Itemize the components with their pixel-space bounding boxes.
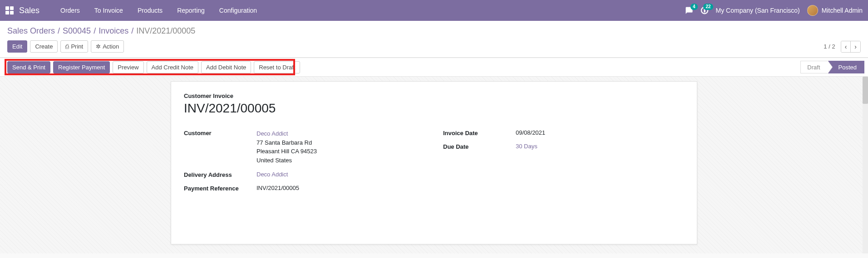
action-label: Action bbox=[103, 43, 119, 50]
cp-buttons: Edit Create ⎙Print ✲Action bbox=[7, 40, 124, 53]
delivery-value[interactable]: Deco Addict bbox=[256, 171, 425, 178]
breadcrumb-sep: / bbox=[94, 26, 96, 36]
nav-to-invoice[interactable]: To Invoice bbox=[87, 0, 130, 21]
invoice-date-value: 09/08/2021 bbox=[516, 129, 684, 136]
delivery-label: Delivery Address bbox=[184, 171, 256, 178]
doc-title: INV/2021/00005 bbox=[184, 101, 684, 116]
customer-addr-line1: 77 Santa Barbara Rd bbox=[256, 138, 425, 147]
breadcrumb-invoices[interactable]: Invoices bbox=[99, 26, 128, 36]
due-date-value[interactable]: 30 Days bbox=[516, 143, 684, 150]
breadcrumb-order[interactable]: S00045 bbox=[63, 26, 91, 36]
nav-products[interactable]: Products bbox=[130, 0, 170, 21]
action-button[interactable]: ✲Action bbox=[91, 40, 124, 53]
user-menu[interactable]: Mitchell Admin bbox=[807, 5, 863, 16]
register-payment-button[interactable]: Register Payment bbox=[53, 61, 110, 73]
nav-reporting[interactable]: Reporting bbox=[170, 0, 212, 21]
pager-next-button[interactable]: › bbox=[851, 41, 860, 52]
sheet-background: Customer Invoice INV/2021/00005 Customer… bbox=[0, 77, 868, 253]
print-label: Print bbox=[71, 43, 83, 50]
top-navigation: Orders To Invoice Products Reporting Con… bbox=[53, 0, 264, 21]
payref-label: Payment Reference bbox=[184, 185, 256, 192]
create-button[interactable]: Create bbox=[30, 40, 58, 53]
breadcrumb: Sales Orders / S00045 / Invoices / INV/2… bbox=[7, 26, 861, 36]
add-debit-note-button[interactable]: Add Debit Note bbox=[201, 61, 251, 73]
form-sheet: Customer Invoice INV/2021/00005 Customer… bbox=[171, 81, 697, 244]
status-posted[interactable]: Posted bbox=[828, 61, 864, 73]
breadcrumb-sep: / bbox=[131, 26, 133, 36]
status-draft[interactable]: Draft bbox=[800, 61, 828, 73]
vertical-scrollbar[interactable] bbox=[863, 77, 868, 253]
brand[interactable]: Sales bbox=[19, 6, 39, 15]
messages-badge: 4 bbox=[690, 4, 698, 10]
activities-icon[interactable]: 22 bbox=[700, 6, 709, 15]
breadcrumb-current: INV/2021/00005 bbox=[136, 26, 195, 36]
topbar-right: 4 22 My Company (San Francisco) Mitchell… bbox=[685, 5, 863, 16]
company-switcher[interactable]: My Company (San Francisco) bbox=[716, 7, 800, 14]
pager-prev-button[interactable]: ‹ bbox=[841, 41, 851, 52]
send-print-button[interactable]: Send & Print bbox=[7, 61, 50, 73]
activities-badge: 22 bbox=[703, 4, 713, 10]
customer-addr-line2: Pleasant Hill CA 94523 bbox=[256, 147, 425, 156]
scrollbar-thumb[interactable] bbox=[863, 77, 868, 104]
user-name: Mitchell Admin bbox=[822, 7, 863, 14]
customer-addr-line3: United States bbox=[256, 156, 425, 165]
preview-button[interactable]: Preview bbox=[113, 61, 143, 73]
cp-pager: 1 / 2 ‹ › bbox=[824, 41, 861, 53]
edit-button[interactable]: Edit bbox=[7, 40, 27, 53]
apps-icon[interactable] bbox=[5, 6, 14, 15]
add-credit-note-button[interactable]: Add Credit Note bbox=[147, 61, 199, 73]
doc-type: Customer Invoice bbox=[184, 92, 684, 99]
customer-label: Customer bbox=[184, 129, 256, 136]
breadcrumb-sep: / bbox=[58, 26, 60, 36]
due-date-label: Due Date bbox=[443, 143, 516, 150]
status-steps: Draft Posted bbox=[800, 61, 864, 73]
print-icon: ⎙ bbox=[65, 43, 69, 50]
status-buttons: Send & Print Register Payment Preview Ad… bbox=[7, 61, 300, 73]
breadcrumb-sales-orders[interactable]: Sales Orders bbox=[7, 26, 55, 36]
avatar bbox=[807, 5, 818, 16]
pager-text[interactable]: 1 / 2 bbox=[824, 43, 835, 50]
print-button[interactable]: ⎙Print bbox=[60, 40, 88, 53]
customer-value: Deco Addict 77 Santa Barbara Rd Pleasant… bbox=[256, 129, 425, 165]
customer-name-link[interactable]: Deco Addict bbox=[256, 129, 425, 138]
messages-icon[interactable]: 4 bbox=[685, 6, 693, 15]
gear-icon: ✲ bbox=[96, 43, 101, 50]
invoice-date-label: Invoice Date bbox=[443, 129, 516, 136]
payref-value: INV/2021/00005 bbox=[256, 185, 425, 191]
nav-configuration[interactable]: Configuration bbox=[212, 0, 264, 21]
topbar: Sales Orders To Invoice Products Reporti… bbox=[0, 0, 868, 21]
statusbar: Send & Print Register Payment Preview Ad… bbox=[0, 58, 868, 77]
right-column: Invoice Date 09/08/2021 Due Date 30 Days bbox=[443, 129, 684, 198]
left-column: Customer Deco Addict 77 Santa Barbara Rd… bbox=[184, 129, 425, 198]
control-panel: Sales Orders / S00045 / Invoices / INV/2… bbox=[0, 21, 868, 58]
pager-buttons: ‹ › bbox=[841, 41, 861, 53]
nav-orders[interactable]: Orders bbox=[53, 0, 87, 21]
reset-to-draft-button[interactable]: Reset to Draft bbox=[254, 61, 300, 73]
